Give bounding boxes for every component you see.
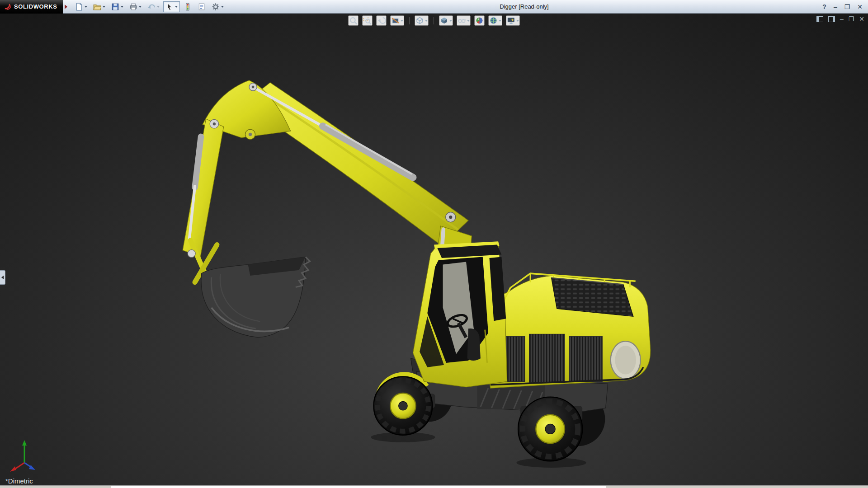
- edit-appearance-button[interactable]: [474, 15, 485, 26]
- view-orientation-label: *Dimetric: [5, 477, 33, 485]
- window-controls: ? – ❐ ✕: [822, 0, 868, 14]
- headsup-view-toolbar: [348, 15, 520, 26]
- section-view-icon: [391, 16, 400, 25]
- display-style-button[interactable]: [439, 15, 453, 26]
- digger-3d-model[interactable]: [0, 14, 868, 485]
- minimize-button[interactable]: –: [834, 0, 837, 14]
- split-pane-right-icon[interactable]: [828, 16, 835, 22]
- hide-show-items-icon: [458, 16, 466, 25]
- previous-view-button[interactable]: [376, 15, 387, 26]
- split-pane-left-icon[interactable]: [816, 16, 823, 22]
- featuremanager-collapsed-tab[interactable]: [0, 270, 5, 285]
- solidworks-logo-icon: [4, 3, 11, 10]
- chevron-down-icon: [139, 6, 142, 8]
- chevron-down-icon: [121, 6, 123, 8]
- chevron-down-icon: [221, 6, 224, 8]
- zoom-to-area-button[interactable]: [362, 15, 373, 26]
- display-style-icon: [440, 16, 448, 25]
- select-cursor-icon: [165, 3, 174, 11]
- chevron-down-icon: [499, 20, 501, 22]
- chevron-down-icon: [425, 20, 428, 22]
- chevron-down-icon: [85, 6, 87, 8]
- apply-scene-button[interactable]: [488, 15, 502, 26]
- document-minimize-button[interactable]: –: [840, 15, 844, 23]
- file-properties-icon: [198, 3, 206, 11]
- chevron-left-icon: [1, 276, 4, 279]
- document-restore-button[interactable]: ❐: [849, 15, 854, 23]
- edit-appearance-icon: [475, 16, 484, 25]
- options-gear-icon: [212, 3, 220, 11]
- statusbar-message-area: [111, 486, 606, 488]
- view-settings-button[interactable]: [506, 15, 520, 26]
- chevron-down-icon: [401, 20, 403, 22]
- window-title: Digger [Read-only]: [226, 3, 823, 10]
- zoom-to-fit-icon: [349, 16, 358, 25]
- standard-toolbar: [67, 1, 226, 12]
- view-orientation-button[interactable]: [415, 15, 429, 26]
- chevron-down-icon: [103, 6, 105, 8]
- bucket[interactable]: [201, 257, 310, 337]
- chevron-down-icon: [157, 6, 160, 8]
- help-button[interactable]: ?: [822, 0, 826, 14]
- rebuild-traffic-light-icon: [184, 3, 192, 11]
- statusbar: [0, 485, 868, 488]
- undo-button[interactable]: [145, 1, 162, 12]
- brand-text: SOLIDWORKS: [14, 3, 57, 10]
- toolbar-separator: [409, 17, 410, 24]
- file-properties-button[interactable]: [195, 1, 208, 12]
- titlebar: SOLIDWORKS: [0, 0, 868, 14]
- document-window-controls: – ❐ ✕: [816, 15, 864, 23]
- select-button[interactable]: [163, 1, 180, 12]
- chevron-down-icon: [449, 20, 452, 22]
- open-button[interactable]: [91, 1, 108, 12]
- graphics-viewport[interactable]: – ❐ ✕ *Dimetric: [0, 14, 868, 485]
- zoom-to-fit-button[interactable]: [348, 15, 359, 26]
- new-document-icon: [75, 3, 83, 11]
- engine-body[interactable]: [484, 273, 651, 388]
- print-button[interactable]: [127, 1, 144, 12]
- view-orientation-icon: [415, 16, 424, 25]
- toolbar-separator: [434, 17, 434, 24]
- solidworks-logo[interactable]: SOLIDWORKS: [0, 0, 63, 14]
- options-button[interactable]: [209, 1, 226, 12]
- save-button[interactable]: [109, 1, 126, 12]
- chevron-down-icon: [467, 20, 470, 22]
- rebuild-button[interactable]: [181, 1, 194, 12]
- view-settings-icon: [507, 16, 515, 25]
- previous-view-icon: [377, 16, 386, 25]
- undo-icon: [147, 3, 156, 11]
- open-folder-icon: [93, 3, 101, 11]
- boom-assembly[interactable]: [183, 80, 468, 288]
- restore-button[interactable]: ❐: [844, 0, 850, 14]
- hide-show-items-button[interactable]: [457, 15, 471, 26]
- apply-scene-icon: [489, 16, 498, 25]
- save-icon: [111, 3, 119, 11]
- print-icon: [129, 3, 137, 11]
- close-button[interactable]: ✕: [857, 0, 863, 14]
- chevron-down-icon: [516, 20, 519, 22]
- chevron-down-icon: [175, 6, 178, 8]
- new-document-button[interactable]: [73, 1, 90, 12]
- orientation-triad: [7, 436, 43, 475]
- zoom-to-area-icon: [363, 16, 372, 25]
- solidworks-window: SOLIDWORKS: [0, 0, 868, 488]
- cab[interactable]: [413, 241, 507, 387]
- section-view-button[interactable]: [390, 15, 404, 26]
- document-close-button[interactable]: ✕: [859, 15, 864, 23]
- front-wheel[interactable]: [371, 376, 435, 442]
